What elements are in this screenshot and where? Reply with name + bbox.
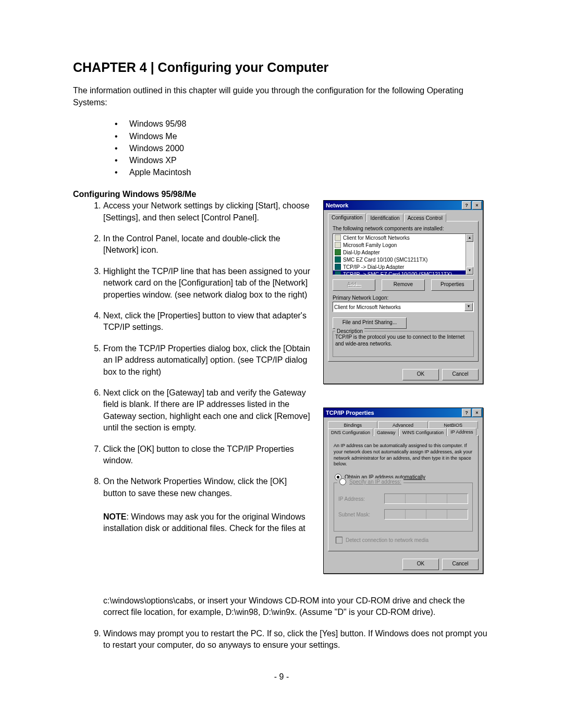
step-item: On the Network Properties Window, click … (103, 476, 311, 534)
step-item: From the TCP/IP Properties dialog box, c… (103, 343, 311, 378)
chapter-title: CHAPTER 4 | Configuring your Computer (73, 60, 490, 75)
ip-info-text: An IP address can be automatically assig… (334, 443, 473, 467)
file-print-sharing-button[interactable]: File and Print Sharing... (333, 317, 407, 329)
os-list: Windows 95/98 Windows Me Windows 2000 Wi… (73, 118, 490, 178)
window-title: Network (326, 202, 461, 208)
properties-button[interactable]: Properties (431, 279, 474, 291)
tab-identification[interactable]: Identification (366, 214, 403, 222)
step-item: Next, click the [Properties] button to v… (103, 310, 311, 334)
screenshots-column: Network ? × Configuration Identification… (323, 200, 490, 597)
help-icon[interactable]: ? (462, 409, 471, 417)
client-icon (335, 235, 341, 241)
tab-dns[interactable]: DNS Configuration (328, 428, 373, 436)
scroll-down-icon[interactable]: ▼ (466, 267, 473, 275)
radio-specify-ip[interactable]: Specify an IP address: (337, 478, 403, 485)
radio-label: Specify an IP address: (349, 479, 401, 485)
note-label: NOTE (103, 512, 126, 521)
close-icon[interactable]: × (472, 409, 482, 417)
tab-access-control[interactable]: Access Control (404, 214, 446, 222)
tab-strip-row2: DNS Configuration Gateway WINS Configura… (328, 428, 479, 436)
step-item: In the Control Panel, locate and double-… (103, 233, 311, 256)
scrollbar[interactable]: ▲ ▼ (466, 234, 473, 275)
ip-address-input (384, 493, 468, 504)
step-item: Click the [OK] button to close the TCP/I… (103, 443, 311, 467)
steps-list: Access your Network settings by clicking… (73, 200, 311, 534)
checkbox-label: Detect connection to network media (346, 537, 429, 543)
protocol-icon (335, 271, 341, 275)
client-icon (335, 242, 341, 248)
specify-ip-group: Specify an IP address: IP Address: Subne… (334, 483, 473, 532)
list-item-label: Microsoft Family Logon (343, 242, 397, 248)
chevron-down-icon[interactable]: ▼ (464, 303, 473, 311)
list-item-label: Client for Microsoft Networks (343, 235, 410, 241)
intro-paragraph: The information outlined in this chapter… (73, 84, 490, 108)
cancel-button[interactable]: Cancel (442, 369, 479, 380)
os-item: Windows 2000 (115, 142, 490, 154)
step-item: Windows may prompt you to restart the PC… (103, 628, 490, 651)
tab-ip-address[interactable]: IP Address (447, 428, 476, 436)
adapter-icon (335, 256, 341, 263)
list-item-label: SMC EZ Card 10/100 (SMC1211TX) (343, 257, 427, 263)
ok-button[interactable]: OK (402, 559, 439, 570)
remove-button[interactable]: Remove (382, 279, 424, 291)
tab-wins[interactable]: WINS Configuration (399, 428, 447, 436)
network-dialog: Network ? × Configuration Identification… (323, 200, 483, 384)
primary-logon-dropdown[interactable]: Client for Microsoft Networks ▼ (333, 302, 474, 312)
description-legend: Description (335, 328, 364, 335)
adapter-icon (335, 249, 341, 255)
list-item[interactable]: SMC EZ Card 10/100 (SMC1211TX) (333, 256, 466, 263)
logon-label: Primary Network Logon: (333, 295, 474, 301)
description-text: TCP/IP is the protocol you use to connec… (335, 334, 464, 347)
tab-panel: An IP address can be automatically assig… (328, 435, 479, 551)
list-item[interactable]: Microsoft Family Logon (333, 241, 466, 249)
note-text: : Windows may ask you for the original W… (103, 512, 305, 533)
step-item: Next click on the [Gateway] tab and veri… (103, 387, 311, 434)
tab-strip: Configuration Identification Access Cont… (328, 213, 479, 221)
radio-icon (339, 478, 346, 485)
button-label: Add... (347, 281, 361, 287)
description-group: Description TCP/IP is the protocol you u… (333, 331, 474, 357)
step-text: On the Network Properties Window, click … (103, 477, 287, 497)
page-number: - 9 - (73, 672, 490, 682)
window-title: TCP/IP Properties (326, 410, 461, 416)
scroll-up-icon[interactable]: ▲ (466, 234, 473, 242)
os-item: Apple Macintosh (115, 166, 490, 178)
list-item-label: TCP/IP -> SMC EZ Card 10/100 (SMC1211TX) (343, 272, 452, 276)
close-icon[interactable]: × (472, 201, 482, 209)
continuation-text: c:\windows\options\cabs, or insert your … (73, 595, 490, 651)
step-item: Highlight the TCP/IP line that has been … (103, 266, 311, 301)
tcpip-dialog: TCP/IP Properties ? × Bindings Advanced … (323, 408, 483, 574)
detect-media-checkbox[interactable]: Detect connection to network media (336, 537, 473, 544)
dropdown-value: Client for Microsoft Networks (334, 304, 401, 310)
components-listbox[interactable]: Client for Microsoft Networks Microsoft … (333, 233, 474, 275)
subnet-mask-label: Subnet Mask: (338, 512, 379, 517)
titlebar[interactable]: TCP/IP Properties ? × (324, 408, 483, 417)
scroll-track[interactable] (466, 242, 473, 267)
tab-gateway[interactable]: Gateway (374, 428, 399, 436)
help-icon[interactable]: ? (462, 201, 471, 209)
step-item: Access your Network settings by clicking… (103, 200, 311, 224)
list-item-selected[interactable]: TCP/IP -> SMC EZ Card 10/100 (SMC1211TX) (333, 270, 466, 275)
os-item: Windows Me (115, 130, 490, 142)
tab-strip-row1: Bindings Advanced NetBIOS (328, 421, 479, 428)
list-item[interactable]: TCP/IP -> Dial-Up Adapter (333, 263, 466, 270)
ok-button[interactable]: OK (402, 369, 439, 380)
step8-continuation: c:\windows\options\cabs, or insert your … (103, 595, 490, 619)
tab-configuration[interactable]: Configuration (328, 213, 366, 221)
subnet-mask-input (384, 509, 468, 520)
components-label: The following network components are ins… (333, 226, 474, 231)
protocol-icon (335, 264, 341, 270)
titlebar[interactable]: Network ? × (324, 201, 483, 210)
section-heading: Configuring Windows 95/98/Me (73, 190, 490, 199)
ip-address-label: IP Address: (338, 496, 379, 502)
list-item-label: Dial-Up Adapter (343, 250, 380, 255)
manual-page: CHAPTER 4 | Configuring your Computer Th… (0, 0, 563, 713)
os-item: Windows XP (115, 154, 490, 166)
os-item: Windows 95/98 (115, 118, 490, 130)
checkbox-icon (336, 537, 342, 544)
list-item[interactable]: Client for Microsoft Networks (333, 234, 466, 241)
list-item[interactable]: Dial-Up Adapter (333, 249, 466, 256)
add-button[interactable]: Add... (333, 279, 375, 291)
cancel-button[interactable]: Cancel (442, 559, 479, 570)
tab-panel: The following network components are ins… (328, 221, 479, 362)
